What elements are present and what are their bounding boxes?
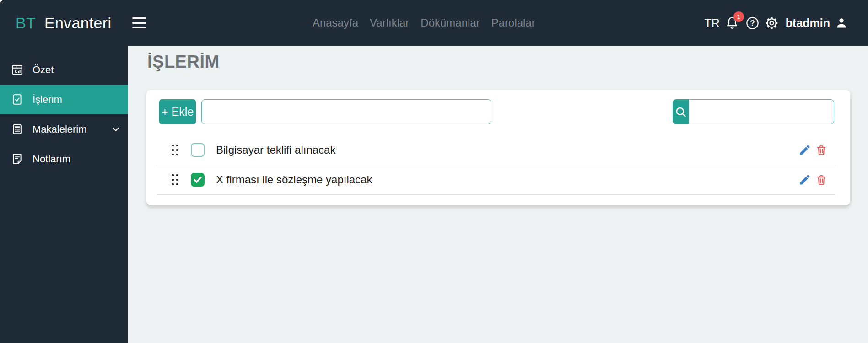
drag-handle-icon[interactable] <box>172 174 178 186</box>
drag-handle-icon[interactable] <box>172 145 178 156</box>
sidebar-item-ozet[interactable]: Özet <box>0 55 128 85</box>
notifications-button[interactable]: 1 <box>725 15 740 31</box>
sidebar-item-makalelerim[interactable]: Makalelerim <box>0 114 128 144</box>
nav-dokumanlar[interactable]: Dökümanlar <box>421 16 480 29</box>
pencil-icon <box>798 173 811 186</box>
sidebar: Özet İşlerim Makalelerim <box>0 46 128 343</box>
edit-task-button[interactable] <box>798 144 811 156</box>
sidebar-item-islerim[interactable]: İşlerim <box>0 85 128 114</box>
nav-varliklar[interactable]: Varlıklar <box>370 16 409 29</box>
nav-anasayfa[interactable]: Anasayfa <box>313 16 358 29</box>
search-input[interactable] <box>689 99 834 124</box>
user-menu-button[interactable] <box>835 16 848 29</box>
trash-icon <box>815 174 827 186</box>
search-button[interactable] <box>673 99 689 124</box>
row-divider <box>157 194 835 195</box>
logo-primary: BT <box>16 14 35 32</box>
chevron-down-icon[interactable] <box>111 124 121 134</box>
sidebar-item-notlarim[interactable]: Notlarım <box>0 144 128 174</box>
tasks-card: + Ekle <box>146 90 850 205</box>
search-group <box>673 99 834 124</box>
delete-task-button[interactable] <box>815 144 827 156</box>
task-row: X firması ile sözleşme yapılacak <box>146 165 850 194</box>
sidebar-item-label: Notlarım <box>32 153 70 165</box>
trash-icon <box>815 144 827 156</box>
task-label: X firması ile sözleşme yapılacak <box>216 173 372 186</box>
dashboard-icon <box>11 64 23 76</box>
main-content: İŞLERİM + Ekle <box>128 46 868 343</box>
search-icon <box>674 106 687 118</box>
task-checkbox[interactable] <box>191 143 205 157</box>
tasks-icon <box>11 93 23 106</box>
app-root: BT Envanteri Anasayfa Varlıklar Dökümanl… <box>0 0 868 343</box>
topnav: Anasayfa Varlıklar Dökümanlar Parolalar <box>313 0 535 46</box>
gear-icon <box>765 16 779 30</box>
settings-button[interactable] <box>765 16 779 30</box>
pencil-icon <box>798 144 811 156</box>
task-actions <box>798 173 827 186</box>
logo-secondary: Envanteri <box>40 14 111 32</box>
add-task-button[interactable]: + Ekle <box>159 99 196 124</box>
topbar-right: TR 1 ? <box>704 15 848 31</box>
nav-parolalar[interactable]: Parolalar <box>491 16 535 29</box>
username-label: btadmin <box>786 16 830 30</box>
task-label: Bilgisayar teklifi alınacak <box>216 144 335 156</box>
locale-selector[interactable]: TR <box>704 16 719 30</box>
notification-badge: 1 <box>733 11 744 22</box>
app-logo[interactable]: BT Envanteri <box>16 14 111 32</box>
check-icon <box>193 175 203 185</box>
sidebar-item-label: Makalelerim <box>32 123 87 135</box>
sidebar-item-label: İşlerim <box>32 94 62 106</box>
svg-text:?: ? <box>750 19 755 27</box>
sidebar-item-label: Özet <box>32 64 54 76</box>
help-icon: ? <box>745 16 760 30</box>
tasks-toolbar: + Ekle <box>146 90 850 124</box>
page-title: İŞLERİM <box>147 52 220 72</box>
task-row: Bilgisayar teklifi alınacak <box>146 135 850 165</box>
articles-icon <box>11 123 23 135</box>
task-checkbox[interactable] <box>191 173 205 187</box>
help-button[interactable]: ? <box>745 16 760 30</box>
delete-task-button[interactable] <box>815 174 827 186</box>
task-list: Bilgisayar teklifi alınacak <box>146 135 850 195</box>
topbar: BT Envanteri Anasayfa Varlıklar Dökümanl… <box>0 0 868 46</box>
task-actions <box>798 144 827 156</box>
menu-toggle-icon[interactable] <box>132 17 147 29</box>
user-icon <box>835 16 848 29</box>
edit-task-button[interactable] <box>798 173 811 186</box>
new-task-input[interactable] <box>201 99 491 124</box>
notes-icon <box>11 153 23 165</box>
